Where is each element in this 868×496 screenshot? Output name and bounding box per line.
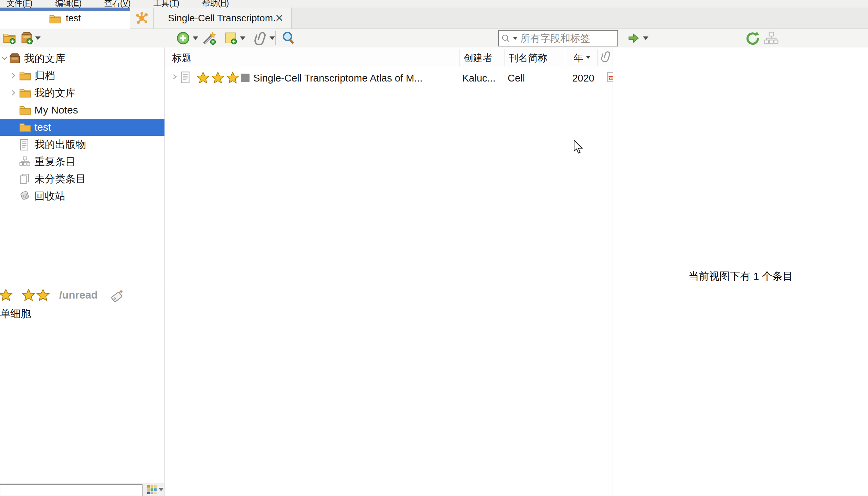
menu-bar: 文件(F) 编辑(E) 查看(V) 工具(T) 帮助(H) <box>0 0 868 8</box>
item-details-pane: 当前视图下有 1 个条目 <box>613 47 868 496</box>
tag-selector-row: /unread <box>0 288 165 303</box>
locate-dropdown-caret[interactable] <box>643 36 648 40</box>
library-icon <box>8 53 21 64</box>
new-item-dropdown-caret[interactable] <box>193 36 198 40</box>
plugin-tab-segment[interactable] <box>130 8 154 29</box>
add-attachment-dropdown-caret[interactable] <box>269 36 275 40</box>
journal-article-icon <box>180 71 190 84</box>
sidebar-item-duplicates[interactable]: 重复条目 <box>0 153 165 170</box>
new-library-button[interactable] <box>20 32 34 45</box>
sidebar-item-archive[interactable]: 归档 <box>0 67 165 84</box>
add-attachment-button[interactable] <box>254 31 267 45</box>
sidebar-item-my-publications[interactable]: 我的出版物 <box>0 136 165 153</box>
column-header-attachment paperclip-icon[interactable] <box>601 50 611 63</box>
new-item-button[interactable] <box>177 32 190 45</box>
new-note-dropdown-caret[interactable] <box>240 36 245 40</box>
item-year: 2020 <box>560 73 594 84</box>
menu-help[interactable]: 帮助(H) <box>191 0 240 7</box>
sort-desc-icon <box>586 56 591 59</box>
folder-icon <box>19 105 31 115</box>
new-note-button[interactable] <box>224 32 237 45</box>
sidebar-item-label: test <box>34 121 51 133</box>
search-scope-caret[interactable] <box>513 37 518 40</box>
locate-button[interactable] <box>627 32 640 44</box>
menu-view[interactable]: 查看(V) <box>93 0 142 7</box>
document-icon <box>19 139 29 151</box>
tag-single-cell[interactable]: 单细胞 <box>0 307 31 321</box>
tab-reader-label: Single-Cell Transcriptom... <box>168 13 275 24</box>
tag-filter-input[interactable] <box>0 484 142 496</box>
tag-selector-divider <box>0 284 165 284</box>
tag-unread[interactable]: /unread <box>59 289 98 301</box>
folder-icon <box>19 70 31 80</box>
menu-edit[interactable]: 编辑(E) <box>44 0 93 7</box>
tab-library[interactable]: test <box>0 8 130 29</box>
sidebar-item-label: 我的文库 <box>24 52 65 66</box>
collections-pane: 我的文库 归档 <box>0 47 165 496</box>
items-pane: 标题 创建者 刊名简称 年 <box>165 47 613 496</box>
sidebar-item-my-library-collection[interactable]: 我的文库 <box>0 84 165 101</box>
menu-tools[interactable]: 工具(T) <box>142 0 191 7</box>
title-stars-icon <box>196 71 240 85</box>
folder-icon <box>49 14 61 23</box>
tag-actions-caret[interactable] <box>158 488 164 491</box>
item-title: Single-Cell Transcriptome Atlas of M... <box>253 73 423 84</box>
main-area: 我的文库 归档 <box>0 47 868 496</box>
item-row[interactable]: Single-Cell Transcriptome Atlas of M... … <box>165 68 613 90</box>
sidebar-item-label: 回收站 <box>34 189 65 203</box>
folder-icon <box>19 87 31 98</box>
chevron-right-icon[interactable] <box>10 89 17 96</box>
new-collection-button[interactable] <box>3 32 16 44</box>
tab-bar: test Single-Cell Transcriptom... <box>0 8 868 29</box>
active-tab-indicator <box>0 8 130 11</box>
row-expand-chevron-icon[interactable] <box>172 73 178 80</box>
advanced-search-button[interactable] <box>282 31 295 45</box>
tag-color-grid-icon[interactable] <box>147 485 157 494</box>
items-table-header: 标题 创建者 刊名简称 年 <box>165 47 613 68</box>
tag-selector-row: 单细胞 <box>0 306 165 320</box>
search-input[interactable]: 所有字段和标签 <box>498 30 618 46</box>
column-header-year[interactable]: 年 <box>574 52 583 65</box>
molecule-icon <box>135 11 149 25</box>
trash-icon <box>19 191 30 201</box>
tag-star-pair-icon[interactable] <box>21 288 50 303</box>
sidebar-item-trash[interactable]: 回收站 <box>0 187 165 205</box>
column-header-journal[interactable]: 刊名简称 <box>509 52 547 65</box>
sidebar-item-label: 我的出版物 <box>34 138 86 152</box>
tag-label-icon[interactable] <box>109 288 125 303</box>
item-creator: Kaluc... <box>462 73 496 84</box>
library-hierarchy-icon[interactable] <box>764 31 779 45</box>
column-header-creator[interactable]: 创建者 <box>464 52 493 65</box>
sidebar-item-label: 未分类条目 <box>34 172 86 186</box>
sync-button[interactable] <box>745 31 759 45</box>
column-header-title[interactable]: 标题 <box>172 52 191 65</box>
title-emoji-square <box>241 74 250 82</box>
items-count-message: 当前视图下有 1 个条目 <box>613 269 868 283</box>
tab-library-label: test <box>66 13 81 24</box>
folder-icon <box>19 122 31 132</box>
search-icon <box>501 34 510 43</box>
sidebar-item-my-library[interactable]: 我的文库 <box>0 50 165 67</box>
sidebar-item-unfiled[interactable]: 未分类条目 <box>0 170 165 187</box>
sidebar-item-label: 我的文库 <box>34 86 76 100</box>
search-placeholder: 所有字段和标签 <box>520 32 590 45</box>
sidebar-item-test[interactable]: test <box>0 119 165 136</box>
tag-selector-footer <box>0 483 164 496</box>
menu-file[interactable]: 文件(F) <box>0 0 44 7</box>
chevron-down-icon[interactable] <box>1 55 8 62</box>
new-library-dropdown-caret[interactable] <box>35 36 41 40</box>
tab-reader[interactable]: Single-Cell Transcriptom... ✕ <box>154 8 292 29</box>
sidebar-item-label: 重复条目 <box>34 155 76 169</box>
zotero-window: 文件(F) 编辑(E) 查看(V) 工具(T) 帮助(H) test <box>0 0 868 496</box>
item-journal: Cell <box>508 73 525 84</box>
sidebar-item-my-notes[interactable]: My Notes <box>0 101 165 119</box>
tag-star-icon[interactable] <box>0 288 13 303</box>
add-by-identifier-button[interactable] <box>202 31 216 45</box>
mouse-cursor <box>573 140 584 154</box>
toolbar: 所有字段和标签 <box>0 29 868 48</box>
chevron-right-icon[interactable] <box>10 72 17 79</box>
unfiled-pages-icon <box>19 173 30 184</box>
sidebar-item-label: My Notes <box>34 104 78 116</box>
duplicates-icon <box>19 156 30 166</box>
tab-close-icon[interactable]: ✕ <box>275 13 284 23</box>
